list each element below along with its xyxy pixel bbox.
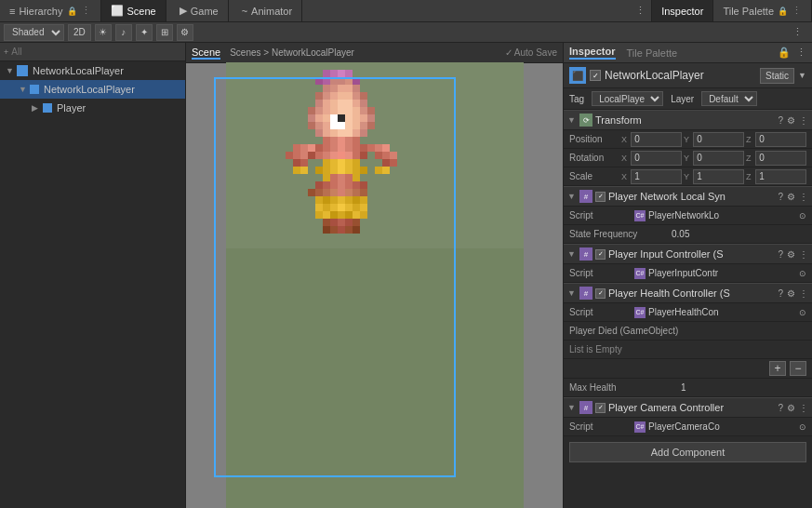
input-checkbox[interactable]: ✓ (595, 249, 606, 260)
2d-button[interactable]: 2D (68, 24, 91, 41)
camera-script-name: PlayerCameraCo (648, 421, 720, 432)
hierarchy-search-bar: + (0, 43, 185, 61)
input-settings-icon[interactable]: ⚙ (787, 249, 795, 260)
hierarchy-tab-label: Hierarchy (19, 6, 62, 17)
effects-icon[interactable]: ✦ (136, 24, 153, 41)
input-script-name: PlayerInputContr (648, 268, 718, 278)
static-button[interactable]: Static (760, 68, 794, 84)
input-script-label: Script (569, 268, 634, 278)
hierarchy-search-input[interactable] (11, 47, 181, 57)
health-menu-icon[interactable]: ⋮ (799, 288, 808, 299)
plus-button[interactable]: + (769, 361, 786, 376)
game-tab-icon: ▶ (180, 5, 187, 17)
health-script-arrow[interactable]: ⊙ (799, 308, 806, 317)
hierarchy-item-networklocal-child[interactable]: ▼ NetworkLocalPlayer (0, 80, 185, 99)
scene-tab-active[interactable]: Scene (192, 47, 220, 60)
transform-component-header[interactable]: ▼ ⟳ Transform ? ⚙ ⋮ (564, 110, 812, 130)
inspector-tab-label: Inspector (661, 6, 703, 17)
health-icon: # (579, 287, 592, 300)
tile-palette-lock-icon: 🔒 (778, 7, 788, 16)
position-label: Position (569, 134, 621, 144)
arrow-icon: ▼ (6, 66, 15, 75)
gizmos-icon[interactable]: ⚙ (177, 24, 193, 41)
network-checkbox[interactable]: ✓ (595, 192, 606, 202)
transform-settings-icon[interactable]: ⚙ (787, 115, 795, 126)
network-settings-icon[interactable]: ⚙ (787, 192, 795, 202)
search-icon: + (4, 47, 8, 57)
player-health-header[interactable]: ▼ # ✓ Player Health Controller (S ? ⚙ ⋮ (564, 283, 812, 303)
cube-icon-sm (30, 85, 39, 94)
scale-row: Scale X Y Z (564, 167, 812, 186)
rotation-y-input[interactable] (693, 151, 744, 166)
tile-palette-tab-inactive[interactable]: Tile Palette (627, 47, 678, 59)
add-component-button[interactable]: Add Component (569, 442, 806, 462)
overlay-icon[interactable]: ⊞ (156, 24, 173, 41)
scene-canvas[interactable] (186, 63, 563, 508)
layer-dropdown[interactable]: Default (701, 91, 757, 106)
position-y-input[interactable] (693, 132, 744, 147)
hierarchy-item-label: NetworkLocalPlayer (33, 65, 124, 76)
health-settings-icon[interactable]: ⚙ (787, 288, 795, 299)
player-input-header[interactable]: ▼ # ✓ Player Input Controller (S ? ⚙ ⋮ (564, 244, 812, 264)
scene-tabs-bar: Scene Scenes > NetworkLocalPlayer ✓ Auto… (186, 43, 563, 63)
camera-settings-icon[interactable]: ⚙ (787, 403, 795, 413)
input-script-arrow[interactable]: ⊙ (799, 269, 806, 278)
health-checkbox[interactable]: ✓ (595, 288, 606, 299)
inspector-menu-icon[interactable]: ⋮ (796, 47, 806, 59)
camera-menu-icon[interactable]: ⋮ (799, 403, 808, 413)
transform-menu-icon[interactable]: ⋮ (799, 115, 808, 126)
breadcrumb-scenes[interactable]: Scenes (230, 47, 260, 58)
tag-dropdown[interactable]: LocalPlaye (592, 91, 663, 106)
network-script-arrow[interactable]: ⊙ (799, 211, 806, 221)
network-menu-icon[interactable]: ⋮ (799, 192, 808, 202)
inspector-tab-active[interactable]: Inspector (569, 46, 616, 60)
minus-button[interactable]: − (790, 361, 806, 376)
state-freq-value: 0.05 (672, 229, 689, 239)
input-help-icon[interactable]: ? (778, 249, 783, 260)
input-collapse-arrow: ▼ (567, 249, 577, 259)
tab-tile-palette[interactable]: Tile Palette 🔒 ⋮ (713, 0, 812, 21)
tab-inspector[interactable]: Inspector (652, 0, 713, 21)
scale-y-input[interactable] (693, 169, 744, 184)
tab-game[interactable]: ▶ Game (170, 0, 229, 21)
hierarchy-menu-icon[interactable]: ⋮ (81, 5, 91, 17)
hierarchy-item-networklocal-root[interactable]: ▼ NetworkLocalPlayer (0, 61, 185, 80)
camera-help-icon[interactable]: ? (778, 403, 783, 413)
input-menu-icon[interactable]: ⋮ (799, 249, 808, 260)
transform-component-icons: ? ⚙ ⋮ (778, 115, 808, 126)
gameobject-active-checkbox[interactable]: ✓ (590, 70, 601, 81)
position-z-input[interactable] (755, 132, 806, 147)
light-icon[interactable]: ☀ (95, 24, 112, 41)
scale-label: Scale (569, 171, 621, 181)
ry-label: Y (684, 154, 691, 163)
gameobject-name[interactable]: NetworkLocalPlayer (605, 69, 756, 82)
inspector-panel: Inspector Tile Palette 🔒 ⋮ ⬛ ✓ NetworkLo… (563, 43, 812, 508)
audio-icon[interactable]: ♪ (115, 24, 132, 41)
rz-label: Z (746, 154, 753, 163)
health-help-icon[interactable]: ? (778, 288, 783, 299)
lock-icon[interactable]: 🔒 (778, 47, 791, 59)
shading-dropdown[interactable]: Shaded (4, 24, 64, 41)
rotation-z-input[interactable] (755, 151, 806, 166)
network-help-icon[interactable]: ? (778, 192, 783, 202)
tab-scene[interactable]: ⬜ Scene (101, 0, 166, 21)
transform-collapse-arrow: ▼ (567, 115, 577, 125)
player-camera-header[interactable]: ▼ # ✓ Player Camera Controller ? ⚙ ⋮ (564, 397, 812, 418)
static-dropdown-arrow[interactable]: ▼ (798, 71, 806, 80)
tile-palette-menu-icon[interactable]: ⋮ (792, 5, 802, 17)
tab-hierarchy[interactable]: ≡ Hierarchy 🔒 ⋮ (0, 0, 101, 21)
player-network-header[interactable]: ▼ # ✓ Player Network Local Syn ? ⚙ ⋮ (564, 186, 812, 207)
position-x-input[interactable] (631, 132, 682, 147)
scene-menu-icon[interactable]: ⋮ (630, 5, 651, 17)
add-component-row: Add Component (564, 436, 812, 468)
tab-animator[interactable]: ~ Animator (233, 0, 302, 21)
rotation-x-input[interactable] (631, 151, 682, 166)
camera-script-arrow[interactable]: ⊙ (799, 422, 806, 432)
transform-help-icon[interactable]: ? (778, 115, 783, 126)
scale-z-input[interactable] (755, 169, 806, 184)
toolbar-extra-icon[interactable]: ⋮ (787, 26, 808, 38)
camera-checkbox[interactable]: ✓ (595, 403, 606, 413)
scale-x-input[interactable] (631, 169, 682, 184)
hierarchy-item-player[interactable]: ▶ Player (0, 99, 185, 117)
autosave-label: ✓ Auto Save (505, 47, 557, 58)
